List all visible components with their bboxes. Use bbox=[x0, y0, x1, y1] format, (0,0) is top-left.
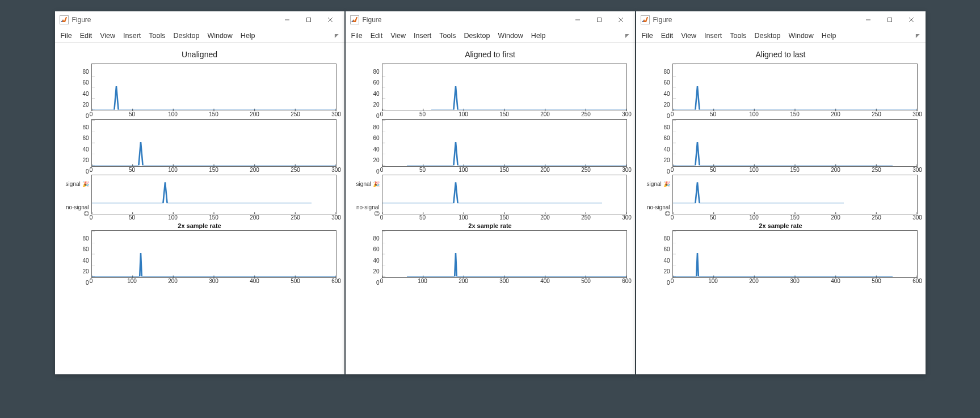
xtick-label: 200 bbox=[250, 167, 259, 173]
subplot-3: signal 🎉 no-signal ☹ 050100150200250300 bbox=[644, 175, 918, 222]
menu-view[interactable]: View bbox=[681, 32, 696, 40]
xtick-label: 400 bbox=[540, 278, 550, 284]
xtick-label: 50 bbox=[419, 111, 426, 117]
menu-view[interactable]: View bbox=[390, 32, 406, 40]
plot-area: Unaligned 020406080 050100150200250300 0… bbox=[55, 43, 344, 374]
menu-view[interactable]: View bbox=[100, 32, 115, 40]
axes[interactable] bbox=[382, 230, 627, 278]
menu-tools[interactable]: Tools bbox=[149, 32, 165, 40]
close-button[interactable] bbox=[901, 12, 922, 28]
ytick-label: 80 bbox=[63, 119, 89, 130]
xtick-label: 0 bbox=[90, 278, 93, 284]
axes[interactable] bbox=[91, 119, 337, 167]
axes[interactable] bbox=[672, 64, 918, 111]
ytick-label: 60 bbox=[354, 242, 380, 253]
menu-file[interactable]: File bbox=[642, 32, 653, 40]
menu-insert[interactable]: Insert bbox=[704, 32, 722, 40]
menu-edit[interactable]: Edit bbox=[80, 32, 92, 40]
xtick-label: 300 bbox=[622, 167, 632, 173]
ytick-label: 40 bbox=[354, 141, 380, 153]
axes[interactable] bbox=[91, 175, 337, 214]
menu-help[interactable]: Help bbox=[241, 32, 255, 40]
menu-file[interactable]: File bbox=[351, 32, 363, 40]
ytick-label: 40 bbox=[644, 252, 670, 264]
menu-desktop[interactable]: Desktop bbox=[755, 32, 781, 40]
subplot-1: 020406080 050100150200250300 bbox=[644, 64, 918, 119]
figure-title: Unaligned bbox=[63, 50, 337, 59]
ytick-label: 0 bbox=[354, 163, 380, 175]
menu-help[interactable]: Help bbox=[531, 32, 546, 40]
window-title: Figure bbox=[363, 16, 567, 24]
y-axis-labels: 020406080 bbox=[354, 119, 382, 175]
menu-help[interactable]: Help bbox=[822, 32, 836, 40]
axes[interactable] bbox=[382, 175, 627, 214]
axes[interactable] bbox=[91, 230, 337, 278]
maximize-button[interactable] bbox=[298, 12, 319, 28]
titlebar[interactable]: Figure bbox=[346, 11, 635, 28]
axes[interactable] bbox=[382, 119, 627, 167]
xtick-label: 300 bbox=[331, 214, 341, 221]
axes[interactable] bbox=[672, 230, 918, 278]
xtick-label: 250 bbox=[291, 167, 300, 173]
ytick-label: no-signal ☹ bbox=[354, 204, 380, 217]
ytick-label: 80 bbox=[644, 230, 670, 242]
titlebar[interactable]: Figure bbox=[55, 11, 344, 28]
menu-insert[interactable]: Insert bbox=[123, 32, 141, 40]
close-button[interactable] bbox=[610, 12, 632, 28]
ytick-label: 0 bbox=[63, 275, 89, 286]
x-axis-labels: 0100200300400500600 bbox=[91, 278, 337, 286]
menu-file[interactable]: File bbox=[61, 32, 72, 40]
menu-window[interactable]: Window bbox=[498, 32, 523, 40]
figure-title: Aligned to last bbox=[644, 50, 918, 59]
xtick-label: 100 bbox=[127, 278, 137, 284]
xtick-label: 150 bbox=[209, 111, 218, 117]
xtick-label: 100 bbox=[749, 111, 759, 117]
axes[interactable] bbox=[91, 64, 337, 111]
ytick-label: 0 bbox=[644, 108, 670, 119]
x-axis-labels: 050100150200250300 bbox=[382, 214, 627, 222]
menu-desktop[interactable]: Desktop bbox=[174, 32, 200, 40]
minimize-button[interactable] bbox=[857, 12, 879, 28]
xtick-label: 0 bbox=[671, 111, 674, 117]
ytick-label: 20 bbox=[644, 264, 670, 275]
toolbar-toggle-icon[interactable]: ◣ bbox=[915, 33, 920, 37]
menu-tools[interactable]: Tools bbox=[730, 32, 746, 40]
axes[interactable] bbox=[672, 175, 918, 214]
xtick-label: 50 bbox=[129, 214, 135, 221]
close-button[interactable] bbox=[319, 12, 341, 28]
ytick-label: 40 bbox=[354, 252, 380, 264]
menu-desktop[interactable]: Desktop bbox=[464, 32, 490, 40]
subplot-4: 2x sample rate 020406080 010020030040050… bbox=[644, 222, 918, 286]
menu-insert[interactable]: Insert bbox=[414, 32, 431, 40]
menu-window[interactable]: Window bbox=[207, 32, 232, 40]
xtick-label: 100 bbox=[459, 111, 468, 117]
ytick-label: 40 bbox=[644, 86, 670, 97]
menu-tools[interactable]: Tools bbox=[439, 32, 456, 40]
ytick-label: 20 bbox=[63, 97, 89, 108]
axes[interactable] bbox=[672, 119, 918, 167]
xtick-label: 100 bbox=[418, 278, 427, 284]
menu-edit[interactable]: Edit bbox=[661, 32, 674, 40]
subplot-title: 2x sample rate bbox=[644, 222, 918, 229]
xtick-label: 150 bbox=[790, 167, 800, 173]
y-axis-labels: 020406080 bbox=[63, 230, 91, 286]
xtick-label: 250 bbox=[581, 111, 591, 117]
xtick-label: 200 bbox=[831, 111, 840, 117]
minimize-button[interactable] bbox=[567, 12, 588, 28]
toolbar-toggle-icon[interactable]: ◣ bbox=[334, 33, 339, 37]
minimize-button[interactable] bbox=[276, 12, 298, 28]
xtick-label: 150 bbox=[209, 214, 218, 221]
menu-window[interactable]: Window bbox=[788, 32, 813, 40]
y-axis-labels: 020406080 bbox=[354, 230, 382, 286]
maximize-button[interactable] bbox=[879, 12, 901, 28]
ytick-label: 0 bbox=[63, 108, 89, 119]
maximize-button[interactable] bbox=[588, 12, 610, 28]
axes[interactable] bbox=[382, 64, 627, 111]
matlab-icon bbox=[350, 15, 359, 24]
ytick-label: 20 bbox=[63, 153, 89, 164]
toolbar-toggle-icon[interactable]: ◣ bbox=[624, 33, 630, 37]
menu-edit[interactable]: Edit bbox=[371, 32, 383, 40]
xtick-label: 250 bbox=[581, 167, 591, 173]
titlebar[interactable]: Figure bbox=[636, 11, 926, 28]
ytick-label: 80 bbox=[354, 230, 380, 242]
